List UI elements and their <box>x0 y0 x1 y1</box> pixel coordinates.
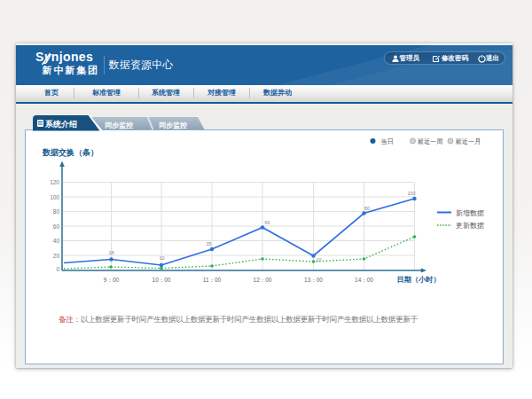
svg-text:日期（小时）: 日期（小时） <box>397 276 441 284</box>
svg-text:35: 35 <box>207 241 212 246</box>
svg-text:100: 100 <box>408 191 416 196</box>
svg-text:80: 80 <box>364 206 370 211</box>
svg-text:11：00: 11：00 <box>203 277 222 283</box>
svg-text:14：00: 14：00 <box>355 277 373 283</box>
svg-text:60: 60 <box>265 220 270 225</box>
svg-text:60: 60 <box>53 223 60 230</box>
svg-text:10: 10 <box>317 257 322 262</box>
svg-text:100: 100 <box>50 194 59 200</box>
svg-text:10：00: 10：00 <box>153 277 171 283</box>
svg-text:最近一周: 最近一周 <box>418 137 443 145</box>
svg-text:10: 10 <box>160 255 165 261</box>
svg-text:18: 18 <box>109 250 114 255</box>
svg-text:40: 40 <box>53 238 60 244</box>
svg-text:12：00: 12：00 <box>254 277 272 283</box>
svg-text:最近一月: 最近一月 <box>456 137 481 145</box>
svg-text:当日: 当日 <box>381 137 394 145</box>
svg-text:新增数据: 新增数据 <box>456 209 484 217</box>
svg-text:0: 0 <box>56 266 59 272</box>
svg-text:80: 80 <box>53 208 60 215</box>
svg-text:9：00: 9：00 <box>104 277 120 283</box>
svg-text:120: 120 <box>50 179 59 185</box>
svg-text:更新数据: 更新数据 <box>456 222 484 230</box>
svg-text:数据交换（条）: 数据交换（条） <box>42 148 98 157</box>
svg-text:13：00: 13：00 <box>304 277 323 283</box>
svg-text:20: 20 <box>53 253 60 259</box>
